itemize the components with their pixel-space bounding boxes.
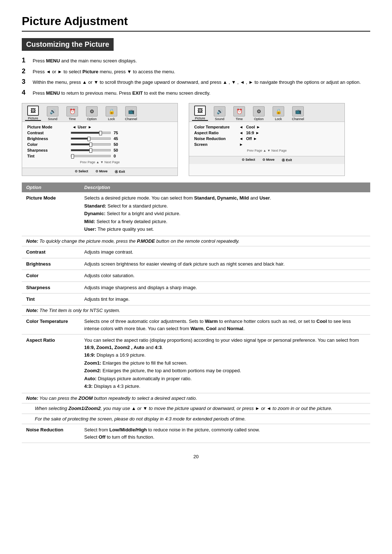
aspect-ratio-auto: Auto: Displays picture automatically in … (84, 375, 366, 382)
sound-label-left: Sound (48, 117, 57, 121)
picture-mode-standard: Standard: Select for a standard picture. (84, 202, 366, 210)
picture-mode-user: User: The picture quality you set. (84, 226, 366, 233)
move-btn-left: ⊙ Move (95, 169, 108, 174)
time-icon-right: ⏰ (233, 106, 245, 116)
contrast-slider[interactable] (71, 132, 111, 134)
menu-icon-channel-left[interactable]: 📺 Channel (123, 106, 139, 121)
menu-icon-sound-right[interactable]: 🔊 Sound (212, 106, 228, 121)
menu-icon-option-left[interactable]: ⚙ Option (84, 106, 100, 121)
menu-item-tint: Tint 0 (27, 154, 172, 158)
tint-slider[interactable] (71, 155, 111, 157)
aspect-ratio-desc: You can select the aspect ratio (display… (80, 335, 370, 393)
menu-item-sharpness: Sharpness 50 (27, 148, 172, 152)
description-table: Option Description Picture Mode Selects … (22, 182, 370, 443)
time-label-left: Time (69, 117, 76, 121)
color-option: Color (22, 270, 80, 282)
page-nav-left: Prev Page ▲ ▼ Next Page (27, 160, 172, 164)
table-row-tint: Tint Adjusts tint for image. (22, 294, 370, 305)
menu-icon-channel-right[interactable]: 📺 Channel (290, 106, 306, 121)
select-btn-left: ⊙ Select (75, 169, 88, 174)
menu-bottom-left: ⊙ Select ⊙ Move ㊔ Exit (22, 168, 177, 176)
aspect-ratio-left-arrow: ◄ (239, 131, 243, 135)
step-2-num: 2 (22, 67, 33, 75)
menu-item-color: Color 50 (27, 142, 172, 147)
menu-item-picture-mode: Picture Mode ◄ User ► (27, 125, 172, 129)
page-title: Picture Adjustment (22, 15, 370, 32)
section-heading: Customizing the Picture (22, 38, 114, 51)
brightness-slider[interactable] (71, 138, 111, 140)
step-4-num: 4 (22, 89, 33, 97)
menu-icon-picture-right[interactable]: 🖼 Picture (192, 106, 208, 121)
picture-icon-right: 🖼 (194, 106, 206, 116)
lock-icon-left: 🔒 (106, 106, 117, 116)
contrast-label: Contrast (27, 131, 71, 135)
table-row-tint-note: Note: The Tint item is only for NTSC sys… (22, 305, 370, 316)
sound-label-right: Sound (215, 117, 224, 121)
option-label-left: Option (87, 117, 97, 121)
menu-icon-picture-left[interactable]: 🖼 Picture (25, 106, 41, 121)
table-row-brightness: Brightness Adjusts screen brightness for… (22, 258, 370, 270)
picture-mode-label: Picture Mode (27, 125, 71, 129)
picture-label-left: Picture (28, 116, 38, 120)
picture-mode-right-arrow: ► (88, 125, 92, 129)
sound-icon-right: 🔊 (214, 106, 225, 116)
color-label: Color (27, 142, 71, 147)
aspect-ratio-value: 16:9 (246, 131, 254, 135)
page-nav-right: Prev Page ▲ ▼ Next Page (194, 149, 339, 152)
menu-icon-sound-left[interactable]: 🔊 Sound (45, 106, 61, 121)
color-value: 50 (114, 142, 118, 147)
menu-icon-time-left[interactable]: ⏰ Time (64, 106, 80, 121)
menu-icon-lock-left[interactable]: 🔒 Lock (103, 106, 119, 121)
table-row-contrast: Contrast Adjusts image contrast. (22, 246, 370, 258)
brightness-label: Brightness (27, 136, 71, 141)
tint-note: Note: The Tint item is only for NTSC sys… (22, 305, 370, 316)
sharpness-slider[interactable] (71, 149, 111, 151)
color-slider[interactable] (71, 143, 111, 145)
step-1-text: Press MENU and the main menu screen disp… (33, 57, 137, 65)
lock-label-left: Lock (108, 117, 115, 121)
aspect-ratio-zoom2: Zoom2: Enlarges the picture, the top and… (84, 367, 366, 374)
brightness-option: Brightness (22, 258, 80, 270)
step-3-num: 3 (22, 78, 33, 86)
aspect-ratio-note1: Note: You can press the ZOOM button repe… (22, 393, 370, 403)
menu-screen-right: 🖼 Picture 🔊 Sound ⏰ Time ⚙ Option 🔒 (189, 103, 345, 176)
picture-mode-value: User (78, 125, 86, 129)
option-label-right: Option (254, 117, 264, 121)
picture-mode-dynamic: Dynamic: Select for a bright and vivid p… (84, 210, 366, 217)
aspect-ratio-note2: When selecting Zoom1/Zoom2, you may use … (22, 403, 370, 414)
step-2: 2 Press ◄ or ► to select Picture menu, p… (22, 68, 370, 75)
aspect-ratio-label: Aspect Ratio (194, 131, 238, 135)
col-option-header: Option (22, 182, 80, 192)
step-3: 3 Within the menu, press ▲ or ▼ to scrol… (22, 79, 370, 86)
step-4-text: Press MENU to return to previous menu. P… (33, 90, 211, 97)
menu-item-contrast: Contrast 75 (27, 131, 172, 135)
table-row-aspect-ratio: Aspect Ratio You can select the aspect r… (22, 335, 370, 393)
contrast-desc: Adjusts image contrast. (80, 246, 370, 258)
table-row-picture-mode: Picture Mode Selects a desired picture m… (22, 192, 370, 236)
picture-icon-left: 🖼 (27, 106, 39, 116)
menu-icon-time-right[interactable]: ⏰ Time (231, 106, 247, 121)
lock-label-right: Lock (275, 117, 282, 121)
picture-mode-mild: Mild: Select for a finely detailed pictu… (84, 218, 366, 225)
table-row-aspect-ratio-note2: When selecting Zoom1/Zoom2, you may use … (22, 403, 370, 414)
menus-row: 🖼 Picture 🔊 Sound ⏰ Time ⚙ Option 🔒 (22, 103, 370, 176)
aspect-ratio-option: Aspect Ratio (22, 335, 80, 393)
picture-mode-option: Picture Mode (22, 192, 80, 236)
noise-reduction-right-arrow: ► (253, 136, 257, 141)
picture-mode-desc: Selects a desired picture mode. You can … (80, 192, 370, 236)
select-btn-right: ⊙ Select (242, 158, 255, 163)
menu-icon-option-right[interactable]: ⚙ Option (251, 106, 267, 121)
table-header-row: Option Description (22, 182, 370, 192)
menu-icon-lock-right[interactable]: 🔒 Lock (270, 106, 286, 121)
channel-label-right: Channel (292, 117, 304, 121)
step-4: 4 Press MENU to return to previous menu.… (22, 90, 370, 97)
screen-label: Screen (194, 142, 238, 147)
table-row-color: Color Adjusts color saturation. (22, 270, 370, 282)
step-1: 1 Press MENU and the main menu screen di… (22, 57, 370, 65)
menu-screen-left: 🖼 Picture 🔊 Sound ⏰ Time ⚙ Option 🔒 (22, 103, 178, 176)
option-icon-right: ⚙ (253, 106, 265, 116)
menu-item-screen: Screen ► (194, 142, 339, 147)
color-desc: Adjusts color saturation. (80, 270, 370, 282)
table-row-color-temp: Color Temperature Selects one of three a… (22, 316, 370, 335)
tint-label: Tint (27, 154, 71, 158)
